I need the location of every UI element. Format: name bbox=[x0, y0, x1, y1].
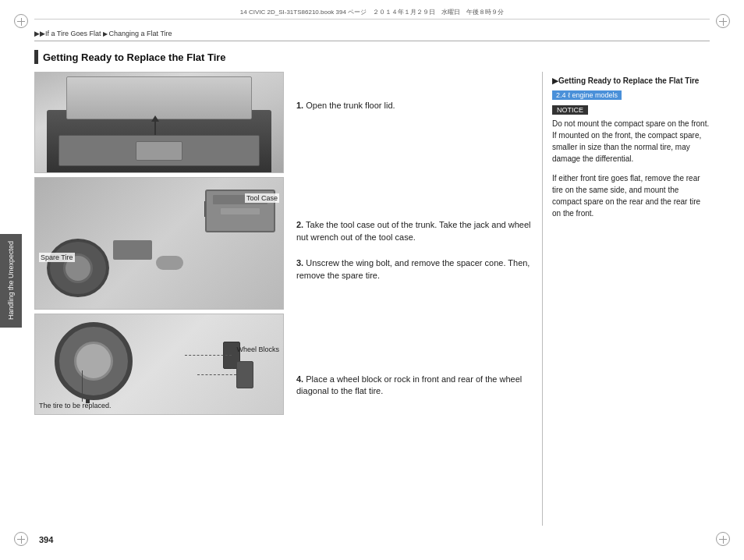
engine-badge: 2.4 ℓ engine models bbox=[552, 90, 622, 100]
section-title-text: Getting Ready to Replace the Flat Tire bbox=[43, 51, 226, 63]
steps-section: 1. Open the trunk floor lid. 2. Take the… bbox=[284, 72, 542, 526]
page-number: 394 bbox=[39, 535, 53, 544]
wb-arrow bbox=[232, 357, 232, 369]
corner-decoration-tl bbox=[14, 14, 28, 28]
side-tab: Handling the Unexpected bbox=[0, 234, 22, 328]
step-1-text: Open the trunk floor lid. bbox=[306, 101, 395, 110]
trunk-lid-image bbox=[34, 72, 284, 173]
step-1-num: 1. bbox=[296, 101, 303, 110]
step-2: 2. Take the tool case out of the trunk. … bbox=[296, 219, 534, 243]
step-2-text: Take the tool case out of the trunk. Tak… bbox=[296, 220, 530, 241]
corner-decoration-br bbox=[716, 532, 730, 546]
corner-decoration-tr bbox=[716, 14, 730, 28]
step-4-num: 4. bbox=[296, 374, 303, 384]
tire-pointer-line bbox=[82, 370, 83, 402]
section-title-bar bbox=[34, 50, 38, 64]
corner-decoration-bl bbox=[14, 532, 28, 546]
tool-case-arrow bbox=[204, 201, 205, 217]
step-2-num: 2. bbox=[296, 220, 303, 229]
toolcase-spare-image: Tool Case Spare Tire bbox=[34, 177, 284, 310]
left-section: Tool Case Spare Tire bbox=[34, 72, 284, 526]
wheel-img-graphic bbox=[35, 314, 283, 414]
breadcrumb-sep: ▶ bbox=[103, 30, 108, 37]
note-panel-title: ▶Getting Ready to Replace the Flat Tire bbox=[552, 76, 710, 85]
step-3-text: Unscrew the wing bolt, and remove the sp… bbox=[296, 258, 530, 279]
breadcrumb-item-1: ▶▶If a Tire Goes Flat bbox=[34, 30, 101, 37]
front-flat-text: If either front tire goes flat, remove t… bbox=[552, 172, 710, 219]
notice-text: Do not mount the compact spare on the fr… bbox=[552, 118, 710, 165]
tire-replace-label: The tire to be replaced. bbox=[39, 402, 112, 409]
notes-section: ▶Getting Ready to Replace the Flat Tire … bbox=[542, 72, 710, 526]
trunk-img-graphic bbox=[35, 73, 283, 172]
step-3: 3. Unscrew the wing bolt, and remove the… bbox=[296, 257, 534, 282]
step-4: 4. Place a wheel block or rock in front … bbox=[296, 374, 534, 398]
wheel-blocks-label: Wheel Blocks bbox=[236, 346, 279, 353]
content-main: Tool Case Spare Tire bbox=[34, 72, 710, 526]
top-header: 14 CIVIC 2D_SI-31TS86210.book 394 ページ ２０… bbox=[34, 8, 710, 19]
tool-case-label: Tool Case bbox=[245, 193, 279, 203]
notice-badge: NOTICE bbox=[552, 105, 588, 115]
tire-pointer-dot bbox=[86, 399, 90, 403]
file-info-text: 14 CIVIC 2D_SI-31TS86210.book 394 ページ ２０… bbox=[240, 8, 504, 16]
breadcrumb: ▶▶If a Tire Goes Flat ▶ Changing a Flat … bbox=[34, 30, 172, 37]
hr-top bbox=[34, 41, 710, 41]
step-1: 1. Open the trunk floor lid. bbox=[296, 100, 534, 112]
step-3-num: 3. bbox=[296, 258, 303, 268]
section-title-block: Getting Ready to Replace the Flat Tire bbox=[34, 50, 710, 64]
side-tab-text: Handling the Unexpected bbox=[7, 241, 15, 320]
step-4-text: Place a wheel block or rock in front and… bbox=[296, 374, 522, 395]
breadcrumb-item-2: Changing a Flat Tire bbox=[109, 30, 172, 37]
content-wrapper: Getting Ready to Replace the Flat Tire bbox=[34, 45, 710, 526]
spare-tire-label: Spare Tire bbox=[39, 253, 75, 262]
wheel-blocks-image: Wheel Blocks The tire to be replaced. bbox=[34, 314, 284, 415]
